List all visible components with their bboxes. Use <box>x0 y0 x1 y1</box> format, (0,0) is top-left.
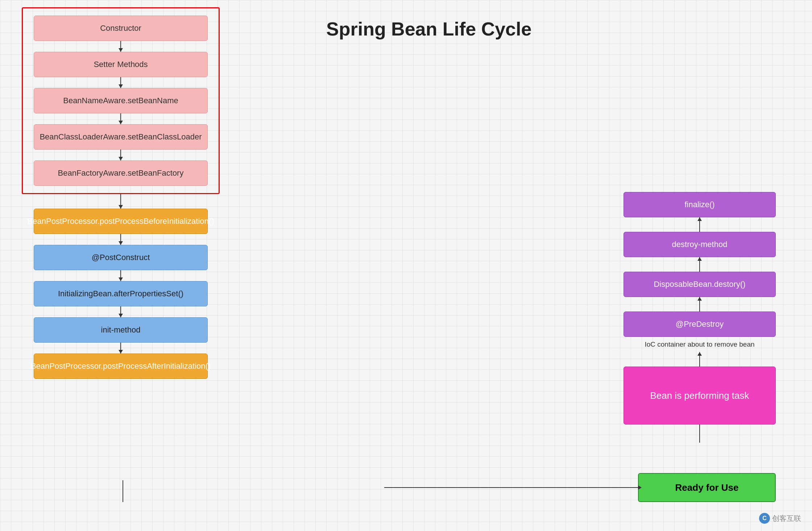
arrow-5 <box>120 194 121 209</box>
ready-for-use-area: Ready for Use <box>384 473 776 502</box>
bean-performing-task-box: Bean is performing task <box>624 367 776 425</box>
finalize-box: finalize() <box>624 192 776 217</box>
arrow-3 <box>120 113 121 124</box>
destroy-method-box: destroy-method <box>624 232 776 257</box>
disposable-bean-box: DisposableBean.destory() <box>624 272 776 297</box>
arrow-4 <box>120 150 121 160</box>
setter-methods-box: Setter Methods <box>34 52 208 77</box>
bean-name-aware-box: BeanNameAware.setBeanName <box>34 88 208 113</box>
constructor-box: Constructor <box>34 16 208 41</box>
arrow-r4 <box>699 352 700 367</box>
right-flowchart: finalize() destroy-method DisposableBean… <box>624 192 776 443</box>
arrow-r5 <box>699 425 700 443</box>
ready-for-use-box: Ready for Use <box>638 473 776 502</box>
post-process-before-box: BeanPostProcessor.postProcessBeforeIniti… <box>34 209 208 234</box>
arrow-2 <box>120 77 121 88</box>
arrow-9 <box>120 343 121 354</box>
vert-connect-bottom <box>123 480 123 502</box>
red-border-section: Constructor Setter Methods BeanNameAware… <box>22 7 220 194</box>
watermark-icon: C <box>759 513 770 524</box>
arrow-r2 <box>699 257 700 272</box>
ioc-label: IoC container about to remove bean <box>645 340 754 348</box>
pre-destroy-box: @PreDestroy <box>624 312 776 337</box>
post-construct-box: @PostConstruct <box>34 245 208 270</box>
arrow-head-right <box>638 485 642 490</box>
arrow-r1 <box>699 217 700 232</box>
arrow-7 <box>120 270 121 281</box>
arrow-r3 <box>699 297 700 312</box>
arrow-1 <box>120 41 121 52</box>
post-process-after-box: BeanPostProcessor.postProcessAfterInitia… <box>34 354 208 379</box>
bean-classloader-aware-box: BeanClassLoaderAware.setBeanClassLoader <box>34 124 208 150</box>
horizontal-arrow-line <box>384 487 638 488</box>
arrow-8 <box>120 306 121 317</box>
left-flowchart: Constructor Setter Methods BeanNameAware… <box>22 7 220 379</box>
watermark-text: 创客互联 <box>772 514 801 523</box>
arrow-6 <box>120 234 121 245</box>
watermark: C 创客互联 <box>759 513 801 524</box>
bean-factory-aware-box: BeanFactoryAware.setBeanFactory <box>34 160 208 186</box>
init-method-box: init-method <box>34 317 208 343</box>
page-title: Spring Bean Life Cycle <box>326 18 531 40</box>
initializing-bean-box: InitializingBean.afterPropertiesSet() <box>34 281 208 306</box>
